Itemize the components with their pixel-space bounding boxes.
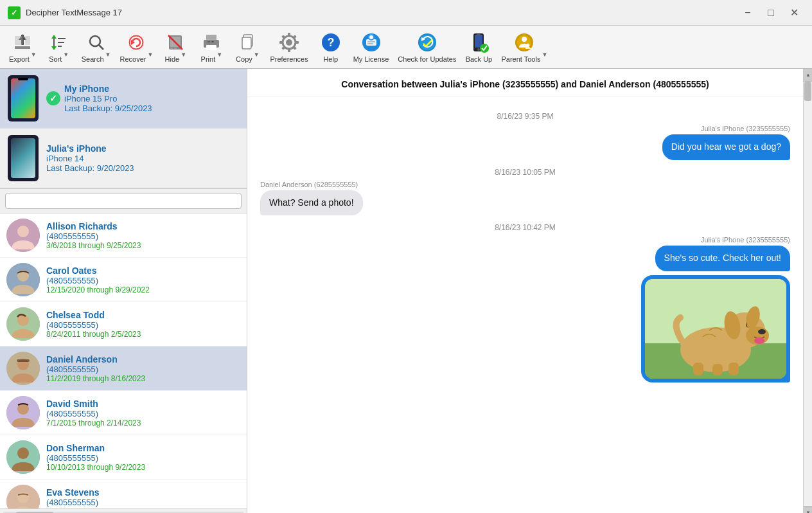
recover-icon bbox=[126, 31, 146, 54]
parent-tools-label: Parent Tools bbox=[501, 55, 540, 63]
back-up-button[interactable]: Back Up bbox=[461, 28, 496, 66]
msg-sender-label-3: Julia's iPhone (3235555555) bbox=[260, 236, 790, 244]
chat-vertical-scrollbar[interactable]: ▲ ▼ bbox=[803, 69, 812, 513]
contact-dates-daniel: 11/2/2019 through 8/16/2023 bbox=[46, 374, 240, 383]
svg-text:?: ? bbox=[327, 36, 334, 49]
device-thumbnail-my-iphone bbox=[8, 75, 39, 122]
scroll-thumb[interactable] bbox=[804, 82, 811, 101]
svg-point-61 bbox=[17, 226, 29, 237]
parent-tools-arrow: ▼ bbox=[542, 51, 547, 58]
contact-item-carol[interactable]: Carol Oates (4805555555) 12/15/2020 thro… bbox=[0, 258, 247, 302]
contact-item-allison[interactable]: Allison Richards (4805555555) 3/6/2018 t… bbox=[0, 213, 247, 258]
msg-sender-label-2: Daniel Anderson (6285555555) bbox=[260, 181, 790, 188]
svg-rect-24 bbox=[206, 45, 216, 50]
contact-name-chelsea: Chelsea Todd bbox=[46, 310, 240, 320]
search-label: Search bbox=[82, 55, 104, 63]
preferences-label: Preferences bbox=[270, 55, 308, 63]
contact-phone-eva: (4805555555) bbox=[46, 498, 240, 507]
help-label: Help bbox=[323, 55, 338, 63]
svg-point-57 bbox=[522, 37, 527, 42]
contact-item-eva[interactable]: Eva Stevens (4805555555) 3/23/2010 throu… bbox=[0, 480, 247, 509]
contact-item-don[interactable]: Don Sherman (4805555555) 10/10/2013 thro… bbox=[0, 435, 247, 480]
sort-arrow: ▼ bbox=[63, 51, 69, 58]
maximize-button[interactable]: □ bbox=[761, 4, 781, 22]
contact-info-carol: Carol Oates (4805555555) 12/15/2020 thro… bbox=[46, 266, 240, 294]
svg-rect-31 bbox=[288, 33, 290, 37]
check-updates-button[interactable]: Check for Updates bbox=[394, 28, 460, 66]
svg-rect-5 bbox=[25, 36, 30, 45]
svg-point-58 bbox=[527, 44, 530, 47]
search-icon bbox=[86, 31, 107, 54]
device-info-my-iphone: My iPhone iPhone 15 Pro Last Backup: 9/2… bbox=[64, 84, 239, 113]
chat-header-title: Conversation between Julia's iPhone (323… bbox=[260, 79, 790, 89]
back-up-icon bbox=[468, 31, 490, 54]
msg-row-1: Did you hear we got a dog? bbox=[260, 134, 790, 160]
svg-rect-28 bbox=[242, 37, 251, 49]
svg-rect-19 bbox=[170, 48, 173, 49]
copy-button[interactable]: Copy ▼ bbox=[230, 28, 265, 66]
msg-row-3: She's so cute. Check her out! bbox=[260, 246, 790, 271]
device-item-my-iphone[interactable]: ✓ My iPhone iPhone 15 Pro Last Backup: 9… bbox=[0, 69, 247, 129]
minimize-button[interactable]: − bbox=[737, 4, 758, 22]
preferences-button[interactable]: Preferences bbox=[266, 28, 312, 66]
dog-photo bbox=[645, 279, 786, 379]
check-updates-label: Check for Updates bbox=[398, 55, 456, 63]
contact-name-david: David Smith bbox=[46, 399, 240, 409]
contact-avatar-don bbox=[6, 440, 40, 474]
back-up-label: Back Up bbox=[466, 55, 493, 63]
scroll-up-button[interactable]: ▲ bbox=[804, 69, 812, 82]
device-notch bbox=[18, 78, 28, 80]
chat-messages[interactable]: 8/16/23 9:35 PM Julia's iPhone (32355555… bbox=[247, 96, 803, 513]
contact-dates-don: 10/10/2013 through 9/2/2023 bbox=[46, 463, 240, 472]
msg-timestamp-1: 8/16/23 9:35 PM bbox=[260, 112, 790, 121]
export-button[interactable]: Export ▼ bbox=[5, 28, 40, 66]
parent-tools-button[interactable]: Parent Tools ▼ bbox=[497, 28, 551, 66]
svg-rect-89 bbox=[712, 364, 723, 375]
contact-phone-chelsea: (4805555555) bbox=[46, 320, 240, 330]
window-controls: − □ ✕ bbox=[737, 4, 804, 22]
close-button[interactable]: ✕ bbox=[784, 4, 804, 22]
export-arrow: ▼ bbox=[31, 51, 37, 58]
contact-name-eva: Eva Stevens bbox=[46, 487, 240, 498]
svg-rect-26 bbox=[211, 41, 214, 42]
device-backup: Last Backup: 9/25/2023 bbox=[64, 104, 239, 113]
print-button[interactable]: Print ▼ bbox=[194, 28, 229, 66]
hide-button[interactable]: Hide ▼ bbox=[158, 28, 193, 66]
device-list: ✓ My iPhone iPhone 15 Pro Last Backup: 9… bbox=[0, 69, 247, 189]
preferences-icon bbox=[278, 31, 301, 54]
contact-item-chelsea[interactable]: Chelsea Todd (4805555555) 8/24/2011 thro… bbox=[0, 302, 247, 346]
device-item-julias-iphone[interactable]: Julia's iPhone iPhone 14 Last Backup: 9/… bbox=[0, 129, 247, 188]
contact-phone-david: (4805555555) bbox=[46, 409, 240, 419]
svg-rect-25 bbox=[207, 41, 210, 42]
sort-button[interactable]: Sort ▼ bbox=[42, 28, 76, 66]
contact-info-eva: Eva Stevens (4805555555) 3/23/2010 throu… bbox=[46, 487, 240, 509]
svg-line-13 bbox=[99, 45, 103, 50]
help-button[interactable]: ? Help bbox=[313, 28, 348, 66]
my-license-label: My License bbox=[353, 55, 389, 63]
contact-phone-daniel: (4805555555) bbox=[46, 364, 240, 374]
contact-item-david[interactable]: David Smith (4805555555) 7/1/2015 throug… bbox=[0, 391, 247, 435]
svg-rect-68 bbox=[17, 359, 30, 362]
svg-rect-4 bbox=[15, 36, 22, 45]
svg-point-52 bbox=[477, 48, 480, 51]
contact-list-horizontal-scrollbar[interactable] bbox=[0, 509, 247, 513]
hide-label: Hide bbox=[165, 55, 180, 63]
device-model-julia: iPhone 14 bbox=[46, 154, 239, 163]
device-name: My iPhone bbox=[64, 84, 239, 94]
msg-row-2: What? Send a photo! bbox=[260, 190, 790, 216]
device-info-julias-iphone: Julia's iPhone iPhone 14 Last Backup: 9/… bbox=[46, 143, 239, 173]
scroll-down-button[interactable]: ▼ bbox=[804, 506, 812, 513]
contact-dates-chelsea: 8/24/2011 through 2/5/2023 bbox=[46, 330, 240, 339]
contact-search-input[interactable] bbox=[5, 193, 242, 209]
contact-info-don: Don Sherman (4805555555) 10/10/2013 thro… bbox=[46, 443, 240, 472]
svg-rect-3 bbox=[15, 46, 30, 49]
contact-info-david: David Smith (4805555555) 7/1/2015 throug… bbox=[46, 399, 240, 428]
my-license-button[interactable]: My License bbox=[349, 28, 393, 66]
contact-search-bar bbox=[0, 189, 247, 213]
contact-name-allison: Allison Richards bbox=[46, 221, 240, 231]
device-backup-julia: Last Backup: 9/20/2023 bbox=[46, 163, 239, 173]
contact-avatar-carol bbox=[6, 263, 40, 296]
search-button[interactable]: Search ▼ bbox=[78, 28, 115, 66]
recover-button[interactable]: Recover ▼ bbox=[116, 28, 157, 66]
contact-item-daniel[interactable]: Daniel Anderson (4805555555) 11/2/2019 t… bbox=[0, 346, 247, 391]
